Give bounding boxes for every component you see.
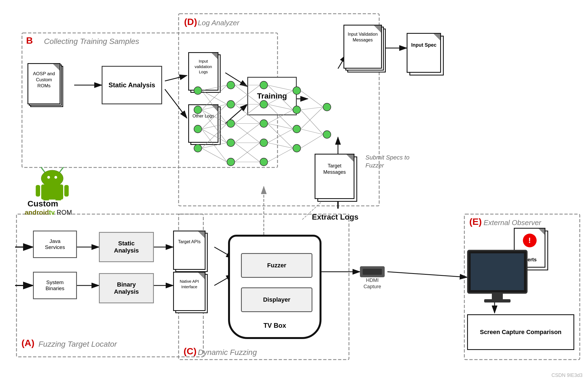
svg-point-42 [260,100,268,108]
svg-line-60 [202,124,227,129]
svg-rect-105 [36,185,40,197]
svg-point-41 [260,81,268,89]
svg-line-97 [59,167,63,173]
svg-point-44 [260,139,268,147]
svg-point-35 [194,144,202,152]
androidtv-label: androidtv ROM [25,209,72,216]
svg-point-49 [293,144,301,152]
svg-line-64 [202,143,227,148]
svg-point-34 [194,125,202,133]
svg-point-99 [41,170,63,187]
svg-line-94 [301,129,323,135]
extract-logs-label: Extract Logs [312,213,359,222]
native-api-doc: Native API Interface [173,272,209,314]
java-services-box: JavaServices [33,231,77,258]
monitor [467,250,528,294]
svg-point-36 [227,81,235,89]
custom-label: Custom [27,199,58,208]
input-validation-messages-doc: Input Validation Messages [343,25,387,74]
svg-point-32 [194,87,202,94]
svg-point-51 [323,131,331,138]
svg-line-95 [301,135,323,148]
svg-line-88 [268,143,293,148]
watermark: CSDN 9IE3d3 [551,372,583,378]
section-e-letter: (E) [469,216,482,227]
android-robot [33,165,71,200]
hdmi-connector [360,266,385,277]
svg-point-33 [194,106,202,114]
svg-line-87 [268,129,293,143]
svg-point-40 [227,158,235,166]
svg-line-91 [301,107,323,110]
fuzzer-inner-box: Fuzzer [241,253,312,278]
svg-line-59 [202,104,227,129]
svg-line-92 [301,110,323,135]
screen-capture-box: Screen Capture Comparison [467,314,574,350]
target-apis-doc: Target APIs [173,231,209,273]
svg-rect-102 [41,184,63,200]
section-c-title: Dynamic Fuzzing [198,348,257,357]
static-analysis-b: Static Analysis [102,66,162,104]
svg-point-37 [227,100,235,108]
svg-point-47 [293,106,301,114]
section-c-letter: (C) [184,346,196,357]
svg-line-79 [268,85,293,91]
aosp-doc: AOSP and Custom ROMs [27,63,63,107]
svg-point-38 [227,120,235,127]
svg-point-100 [47,176,50,179]
svg-point-101 [54,176,57,179]
section-a-letter: (A) [21,338,34,348]
svg-point-50 [323,103,331,111]
hdmi-label: HDMICapture [359,277,386,290]
svg-line-93 [301,107,323,129]
svg-line-81 [268,91,293,104]
svg-line-56 [202,104,227,110]
svg-point-48 [293,125,301,133]
svg-line-84 [268,110,293,124]
svg-line-52 [202,85,227,91]
svg-line-85 [268,124,293,129]
svg-rect-106 [64,185,69,197]
svg-line-96 [41,167,45,173]
static-analysis-a: StaticAnalysis [99,232,154,262]
svg-point-39 [227,139,235,147]
diagram: B Collecting Training Samples AOSP and C… [0,0,588,381]
svg-point-46 [293,87,301,94]
section-d-title: Log Analyzer [198,19,239,27]
system-binaries-box: SystemBinaries [33,272,77,299]
section-d-letter: (D) [184,16,197,27]
svg-line-90 [301,91,323,107]
section-a-title: Fuzzing Target Locator [38,340,117,349]
binary-analysis-box: BinaryAnalysis [99,273,154,303]
submit-specs-label: Submit Specs toFuzzer [365,154,409,169]
svg-line-89 [268,148,293,162]
svg-line-27 [387,272,467,277]
svg-line-82 [268,104,293,110]
svg-point-45 [260,158,268,166]
tv-box-shape: Fuzzer Displayer TV Box [228,235,321,339]
section-b-letter: B [26,35,33,46]
svg-line-65 [202,148,227,162]
monitor-base [484,299,511,302]
tv-box-label: TV Box [230,322,320,329]
svg-line-63 [202,124,227,148]
section-e-title: External Observer [484,218,541,227]
svg-line-55 [202,85,227,110]
displayer-inner-box: Displayer [241,287,312,312]
target-messages-doc: Target Messages [315,154,359,203]
svg-point-43 [260,120,268,127]
input-spec-doc: Input Spec [407,33,445,77]
section-b-title: Collecting Training Samples [44,37,139,46]
